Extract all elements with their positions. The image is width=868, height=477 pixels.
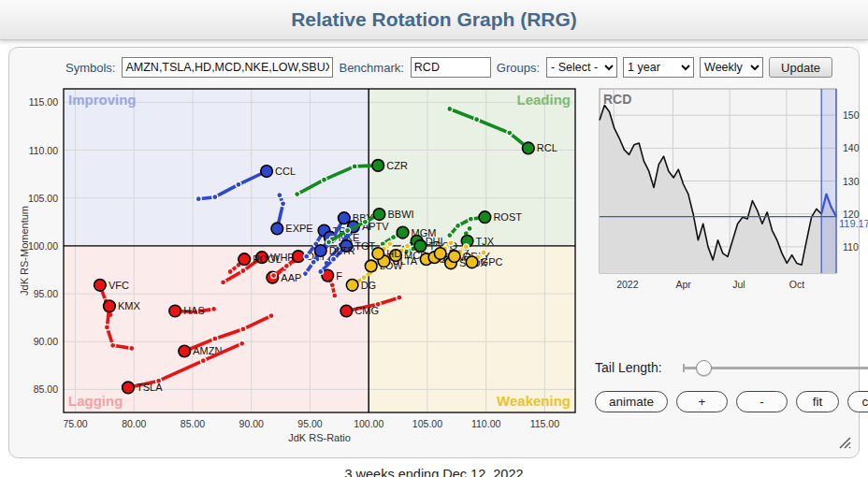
frequency-select[interactable]: Weekly <box>700 57 763 78</box>
svg-text:POOL: POOL <box>253 253 282 265</box>
svg-text:EXPE: EXPE <box>285 223 312 234</box>
tail-length-label: Tail Length: <box>595 360 673 375</box>
tail-length-control: Tail Length: 3 weeks <box>595 360 868 375</box>
svg-text:150: 150 <box>843 109 860 121</box>
svg-text:HD: HD <box>386 248 401 259</box>
svg-text:85.00: 85.00 <box>181 418 205 429</box>
svg-text:DG: DG <box>361 280 377 291</box>
benchmark-label: Benchmark: <box>339 61 403 75</box>
ctr-button[interactable]: ctr <box>847 391 868 412</box>
groups-select[interactable]: - Select - <box>546 57 617 78</box>
svg-text:BBWI: BBWI <box>387 209 413 220</box>
svg-text:KMX: KMX <box>118 300 140 311</box>
svg-text:CMG: CMG <box>354 305 379 316</box>
page-title: Relative Rotation Graph (RRG) <box>0 0 868 39</box>
svg-text:105.00: 105.00 <box>412 418 442 429</box>
period-select[interactable]: 1 year <box>623 57 694 78</box>
svg-text:105.00: 105.00 <box>28 193 58 204</box>
svg-text:AAP: AAP <box>281 272 301 283</box>
svg-text:TGT: TGT <box>354 240 375 252</box>
content-area: 75.0080.0085.0090.0095.00100.00105.00110… <box>17 81 851 455</box>
svg-text:Improving: Improving <box>68 92 137 108</box>
svg-text:TSLA: TSLA <box>137 382 163 393</box>
svg-text:TJX: TJX <box>476 236 495 247</box>
svg-text:90.00: 90.00 <box>239 418 264 429</box>
svg-text:140: 140 <box>843 142 860 153</box>
svg-text:90.00: 90.00 <box>34 336 58 347</box>
resize-handle-icon[interactable] <box>839 436 851 453</box>
svg-text:Jul: Jul <box>732 279 745 290</box>
svg-text:Weakening: Weakening <box>497 393 571 409</box>
svg-text:95.00: 95.00 <box>34 288 58 299</box>
svg-text:119.17: 119.17 <box>839 218 868 229</box>
svg-text:RCL: RCL <box>537 142 557 153</box>
svg-text:110: 110 <box>843 241 859 253</box>
svg-text:JdK RS-Ratio: JdK RS-Ratio <box>288 432 351 443</box>
svg-text:CZR: CZR <box>386 160 408 171</box>
svg-text:DLTR: DLTR <box>329 245 355 256</box>
svg-text:VFC: VFC <box>108 280 129 291</box>
symbols-input[interactable] <box>122 57 333 78</box>
toolbar: Symbols: Benchmark: Groups: - Select - 1… <box>65 57 851 78</box>
footer-caption: 3 weeks ending Dec 12, 2022 <box>0 467 868 477</box>
zoom-in-button[interactable]: + <box>676 391 728 412</box>
svg-text:RCD: RCD <box>603 92 631 107</box>
svg-text:100.00: 100.00 <box>354 418 383 429</box>
right-column: 2022AprJulOct110120130140150119.17RCD Ta… <box>589 81 868 455</box>
rrg-chart[interactable]: 75.0080.0085.0090.0095.00100.00105.00110… <box>17 81 589 455</box>
svg-text:CCL: CCL <box>275 166 296 177</box>
svg-text:100.00: 100.00 <box>28 240 58 252</box>
svg-text:95.00: 95.00 <box>297 418 322 429</box>
svg-text:115.00: 115.00 <box>530 418 559 429</box>
update-button[interactable]: Update <box>769 57 832 78</box>
svg-text:110.00: 110.00 <box>29 145 58 156</box>
svg-text:F: F <box>336 270 342 282</box>
svg-text:Lagging: Lagging <box>68 393 123 409</box>
fit-button[interactable]: fit <box>796 391 839 412</box>
rrg-panel: Symbols: Benchmark: Groups: - Select - 1… <box>8 47 860 458</box>
svg-text:75.00: 75.00 <box>63 418 87 429</box>
svg-text:Leading: Leading <box>516 92 571 108</box>
groups-label: Groups: <box>497 61 540 75</box>
svg-text:Apr: Apr <box>675 279 691 290</box>
zoom-out-button[interactable]: - <box>736 391 788 412</box>
slider-knob[interactable] <box>696 360 712 376</box>
svg-text:80.00: 80.00 <box>122 418 146 429</box>
svg-text:2022: 2022 <box>616 279 639 290</box>
svg-text:115.00: 115.00 <box>29 96 58 108</box>
benchmark-input[interactable] <box>411 57 491 78</box>
svg-text:ROST: ROST <box>493 211 522 223</box>
symbols-label: Symbols: <box>65 61 115 75</box>
animate-button[interactable]: animate <box>595 391 668 412</box>
benchmark-mini-chart[interactable]: 2022AprJulOct110120130140150119.17RCD <box>595 83 868 298</box>
svg-text:130: 130 <box>843 176 860 187</box>
svg-text:85.00: 85.00 <box>34 383 58 395</box>
svg-text:Oct: Oct <box>789 279 804 290</box>
svg-text:110.00: 110.00 <box>471 418 500 429</box>
header-bar: Relative Rotation Graph (RRG) <box>0 0 868 40</box>
svg-text:GPC: GPC <box>481 256 503 267</box>
svg-text:JdK RS-Momentum: JdK RS-Momentum <box>19 206 30 296</box>
svg-text:HAS: HAS <box>183 305 205 316</box>
chart-buttons: animate + - fit ctr max <box>595 391 868 412</box>
tail-length-slider[interactable] <box>683 360 868 375</box>
